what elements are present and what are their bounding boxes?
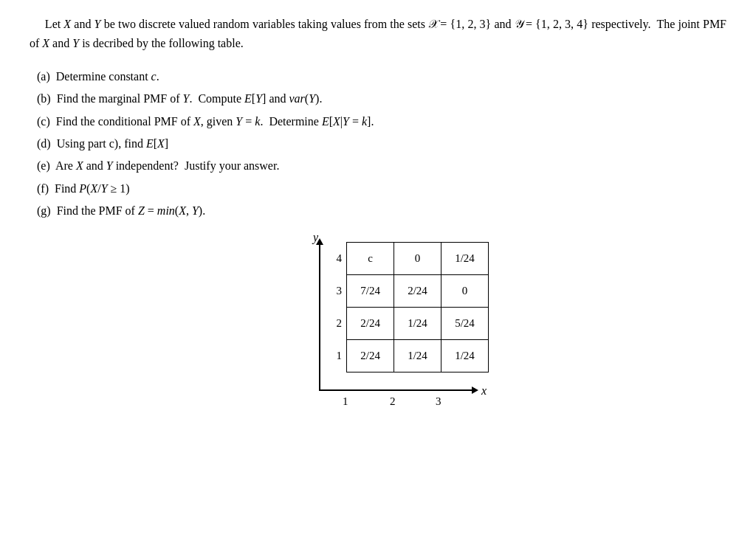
table-row-y4: 4 c 0 1/24 (326, 242, 489, 274)
part-a-label: (a) (37, 70, 50, 83)
part-a: (a) Determine constant c. (30, 67, 726, 86)
part-g-label: (g) (37, 204, 51, 217)
chart-area: y x 1 2 3 4 c 0 1/24 3 7/24 (30, 235, 726, 404)
cell-4-3: 1/24 (441, 242, 489, 274)
cell-2-2: 1/24 (394, 307, 441, 339)
y-label-4: 4 (326, 242, 347, 274)
part-g: (g) Find the PMF of Z = min(X, Y). (30, 201, 726, 221)
cell-2-3: 5/24 (441, 307, 489, 339)
cell-3-1: 7/24 (347, 274, 394, 307)
part-f: (f) Find P(X/Y ≥ 1) (30, 179, 726, 198)
y-label-2: 2 (326, 307, 347, 339)
part-b: (b) Find the marginal PMF of Y. Compute … (30, 89, 726, 108)
cell-1-2: 1/24 (394, 339, 441, 372)
x-arrow-icon (472, 387, 478, 394)
x-tick-1: 1 (343, 395, 348, 408)
cell-4-2: 0 (394, 242, 441, 274)
part-b-label: (b) (37, 92, 51, 105)
x-axis-line (319, 389, 474, 391)
cell-3-2: 2/24 (394, 274, 441, 307)
table-row-y3: 3 7/24 2/24 0 (326, 274, 489, 307)
part-c-label: (c) (37, 115, 50, 128)
x-tick-3: 3 (436, 395, 441, 408)
pmf-table: 4 c 0 1/24 3 7/24 2/24 0 2 2/24 1/24 (326, 242, 489, 372)
y-label-1: 1 (326, 339, 347, 372)
cell-1-1: 2/24 (347, 339, 394, 372)
parts-list: (a) Determine constant c. (b) Find the m… (30, 67, 726, 221)
cell-1-3: 1/24 (441, 339, 489, 372)
table-row-y1: 1 2/24 1/24 1/24 (326, 339, 489, 372)
axes-container: y x 1 2 3 4 c 0 1/24 3 7/24 (267, 235, 489, 404)
part-e-label: (e) (37, 159, 50, 172)
cell-2-1: 2/24 (347, 307, 394, 339)
x-axis-label: x (481, 384, 487, 398)
cell-4-1: c (347, 242, 394, 274)
y-axis-line (319, 242, 320, 389)
x-tick-2: 2 (390, 395, 396, 408)
part-d: (d) Using part c), find E[X] (30, 134, 726, 153)
y-axis-label: y (313, 231, 318, 244)
part-c: (c) Find the conditional PMF of X, given… (30, 112, 726, 131)
part-f-label: (f) (37, 182, 49, 195)
table-row-y2: 2 2/24 1/24 5/24 (326, 307, 489, 339)
y-label-3: 3 (326, 274, 347, 307)
cell-3-3: 0 (441, 274, 489, 307)
part-d-label: (d) (37, 137, 51, 150)
part-e: (e) Are X and Y independent? Justify you… (30, 156, 726, 176)
intro-paragraph: Let X and Y be two discrete valued rando… (30, 15, 726, 54)
